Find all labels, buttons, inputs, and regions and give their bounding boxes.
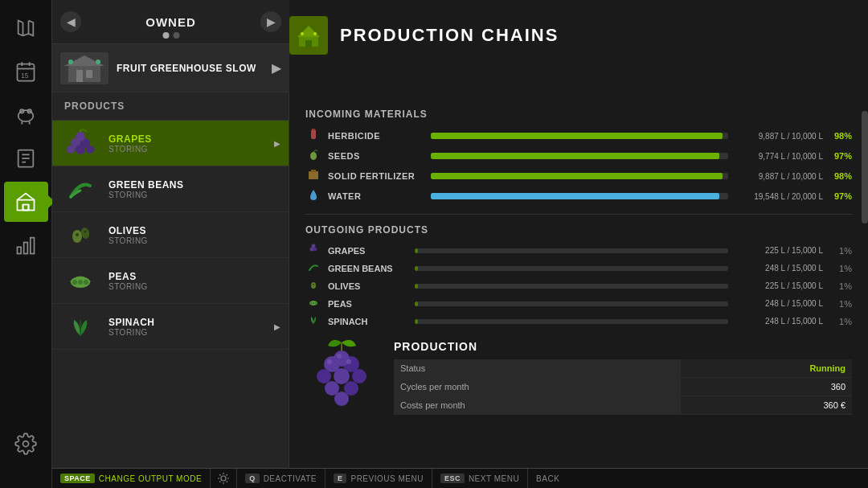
sidebar-map[interactable] <box>4 8 48 48</box>
green-beans-name: GREEN BEANS <box>108 179 280 191</box>
fertilizer-name: SOLID FERTILIZER <box>328 171 424 181</box>
svg-point-47 <box>313 32 317 35</box>
svg-point-71 <box>334 392 349 406</box>
costs-label: Costs per month <box>394 396 681 415</box>
svg-point-40 <box>72 280 77 285</box>
svg-text:15: 15 <box>21 72 29 80</box>
svg-point-46 <box>301 32 304 35</box>
outgoing-green-beans-icon <box>305 261 321 275</box>
nav-dot-1 <box>162 32 169 39</box>
svg-rect-25 <box>86 70 92 78</box>
water-pct: 97% <box>829 191 852 201</box>
sidebar-calendar[interactable]: 15 <box>4 51 48 92</box>
production-info: PRODUCTION Status Running Cycles per mon… <box>305 340 852 415</box>
svg-rect-51 <box>309 171 318 179</box>
herbicide-name: HERBICIDE <box>328 131 424 141</box>
sidebar-animals[interactable] <box>4 95 48 135</box>
svg-point-31 <box>76 145 85 154</box>
sidebar-tasks[interactable] <box>4 138 48 178</box>
nav-title: OWNED <box>145 15 196 29</box>
material-row-water: WATER 19,548 L / 20,000 L 97% <box>305 188 852 204</box>
sidebar-settings[interactable] <box>4 424 48 464</box>
svg-point-68 <box>352 369 366 383</box>
peas-name: PEAS <box>108 271 280 282</box>
green-beans-status: STORING <box>108 191 280 199</box>
fertilizer-bar-container <box>431 173 728 179</box>
outgoing-peas-bar-container <box>415 301 728 306</box>
water-name: WATER <box>328 191 424 201</box>
sidebar-stats[interactable] <box>4 225 48 265</box>
svg-point-33 <box>86 146 94 154</box>
outgoing-products-header: OUTGOING PRODUCTS <box>305 224 852 236</box>
outgoing-row-peas: PEAS 248 L / 15,000 L 1% <box>305 297 852 310</box>
cycles-label: Cycles per month <box>394 378 681 396</box>
grapes-icon <box>60 127 100 159</box>
peas-status: STORING <box>108 282 280 291</box>
svg-rect-18 <box>18 247 22 253</box>
space-label: CHANGE OUTPUT MODE <box>99 474 202 483</box>
spinach-arrow: ▶ <box>274 322 280 331</box>
svg-rect-22 <box>68 66 100 82</box>
deactivate-key[interactable]: Q DEACTIVATE <box>237 469 326 488</box>
next-menu-badge: ESC <box>440 474 465 483</box>
svg-point-50 <box>310 152 317 160</box>
svg-point-26 <box>68 59 73 64</box>
selected-building[interactable]: FRUIT GREENHOUSE SLOW ▶ <box>52 44 289 92</box>
product-item-green-beans[interactable]: GREEN BEANS STORING <box>52 166 289 212</box>
next-menu-label: NEXT MENU <box>469 474 519 483</box>
gear-key[interactable] <box>211 469 237 488</box>
scrollbar-track <box>862 92 868 468</box>
q-badge: Q <box>245 474 260 483</box>
herbicide-bar-container <box>431 133 728 139</box>
fertilizer-value: 9,887 L / 10,000 L <box>735 172 823 181</box>
outgoing-peas-pct: 1% <box>829 299 852 309</box>
top-nav: ◀ OWNED ▶ <box>52 0 289 44</box>
production-table-container: PRODUCTION Status Running Cycles per mon… <box>394 340 852 415</box>
scrollbar-thumb[interactable] <box>862 111 868 223</box>
outgoing-spinach-icon <box>305 314 321 328</box>
prev-menu-label: PREVIOUS MENU <box>350 474 423 483</box>
svg-point-55 <box>312 244 316 248</box>
peas-info: PEAS STORING <box>108 271 280 291</box>
next-nav-button[interactable]: ▶ <box>260 11 281 32</box>
details-panel: INCOMING MATERIALS HERBICIDE 9,887 L / 1… <box>289 92 868 468</box>
svg-rect-19 <box>24 243 28 254</box>
outgoing-green-beans-value: 248 L / 15,000 L <box>735 264 823 273</box>
svg-point-21 <box>23 441 29 447</box>
next-menu-key[interactable]: ESC NEXT MENU <box>432 469 528 488</box>
seeds-bar <box>431 153 719 159</box>
back-key[interactable]: BACK <box>528 469 567 488</box>
svg-point-72 <box>327 359 332 364</box>
olives-icon <box>60 219 100 251</box>
grapes-name: GRAPES <box>108 133 280 145</box>
outgoing-spinach-bar-container <box>415 319 728 324</box>
product-item-peas[interactable]: PEAS STORING <box>52 258 289 304</box>
svg-point-41 <box>78 280 83 285</box>
outgoing-peas-name: PEAS <box>328 299 408 309</box>
fertilizer-pct: 98% <box>829 171 852 181</box>
fertilizer-icon <box>305 168 321 184</box>
outgoing-row-grapes: GRAPES 225 L / 15,000 L 1% <box>305 244 852 257</box>
svg-point-60 <box>313 302 314 304</box>
outgoing-grapes-value: 225 L / 15,000 L <box>735 246 823 255</box>
svg-point-65 <box>334 351 350 367</box>
space-key[interactable]: SPACE CHANGE OUTPUT MODE <box>52 469 211 488</box>
outgoing-green-beans-bar-container <box>415 266 728 271</box>
prev-nav-button[interactable]: ◀ <box>60 11 81 32</box>
outgoing-peas-value: 248 L / 15,000 L <box>735 299 823 308</box>
prev-menu-key[interactable]: E PREVIOUS MENU <box>326 469 432 488</box>
production-table-title: PRODUCTION <box>394 340 852 353</box>
svg-point-37 <box>76 233 79 236</box>
product-item-spinach[interactable]: SPINACH STORING ▶ <box>52 304 289 350</box>
svg-point-75 <box>221 476 226 481</box>
seeds-value: 9,774 L / 10,000 L <box>735 152 823 161</box>
material-row-seeds: SEEDS 9,774 L / 10,000 L 97% <box>305 148 852 164</box>
svg-point-42 <box>84 280 88 285</box>
product-item-grapes[interactable]: GRAPES STORING <box>52 121 289 166</box>
outgoing-grapes-bar-container <box>415 248 728 253</box>
space-badge: SPACE <box>60 474 95 483</box>
outgoing-row-green-beans: GREEN BEANS 248 L / 15,000 L 1% <box>305 261 852 275</box>
sidebar-building[interactable] <box>4 182 48 222</box>
herbicide-pct: 98% <box>829 131 852 141</box>
product-item-olives[interactable]: OLIVES STORING <box>52 212 289 258</box>
